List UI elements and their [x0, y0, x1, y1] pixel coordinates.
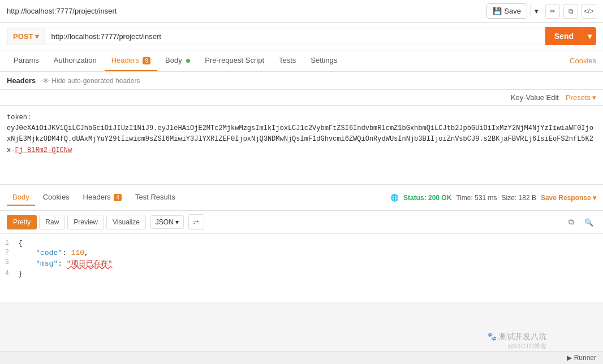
view-raw-btn[interactable]: Raw: [39, 215, 65, 229]
kv-bar: Key-Value Edit Presets ▾: [0, 90, 603, 106]
tab-params[interactable]: Params: [7, 50, 46, 71]
save-response-btn[interactable]: Save Response ▾: [541, 194, 596, 202]
filter-btn[interactable]: ⇌: [188, 214, 204, 230]
top-bar: http://localhost:7777/project/insert 💾 S…: [0, 0, 603, 23]
time-value: Time: 531 ms: [456, 194, 497, 202]
hide-auto-headers-link[interactable]: 👁 Hide auto-generated headers: [42, 77, 140, 85]
line-num-2: 2: [0, 249, 18, 257]
json-output: 1 { 2 "code": 110, 3 "msg": "项目已存在" 4 }: [0, 234, 603, 302]
json-code-line-3: "msg": "项目已存在": [18, 258, 603, 268]
json-brace-close: }: [18, 270, 603, 278]
response-meta: 🌐 Status: 200 OK Time: 531 ms Size: 182 …: [390, 194, 596, 202]
json-code-line-2: "code": 110,: [18, 249, 603, 257]
headers-badge: 9: [143, 57, 150, 64]
kv-edit-btn[interactable]: Key-Value Edit: [511, 93, 559, 102]
json-line-2: 2 "code": 110,: [0, 248, 603, 258]
tab-prerequest[interactable]: Pre-request Script: [198, 50, 271, 71]
send-label: Send: [545, 27, 583, 45]
tab-authorization[interactable]: Authorization: [47, 50, 104, 71]
view-preview-btn[interactable]: Preview: [67, 215, 104, 229]
response-tab-headers[interactable]: Headers 4: [77, 189, 127, 206]
line-num-1: 1: [0, 239, 18, 247]
globe-icon: 🌐: [390, 194, 399, 202]
status-badge: Status: 200 OK: [403, 194, 451, 202]
copy-icon-button[interactable]: ⧉: [563, 4, 578, 19]
pencil-icon-button[interactable]: ✏: [545, 4, 560, 19]
top-bar-url: http://localhost:7777/project/insert: [7, 7, 117, 15]
view-bar-right: ⧉ 🔍: [563, 215, 596, 229]
response-tab-cookies[interactable]: Cookies: [37, 189, 75, 206]
top-bar-actions: 💾 Save ▾ ✏ ⧉ </>: [486, 3, 596, 19]
json-line-4: 4 }: [0, 269, 603, 279]
tab-headers[interactable]: Headers 9: [105, 50, 157, 71]
format-select[interactable]: JSON ▾: [150, 215, 184, 229]
response-header: Body Cookies Headers 4 Test Results 🌐 St…: [0, 185, 603, 211]
view-pretty-btn[interactable]: Pretty: [7, 215, 37, 229]
save-caret[interactable]: ▾: [531, 4, 542, 18]
token-link: Fj_BlRm2-QICNw: [15, 146, 72, 154]
copy-response-btn[interactable]: ⧉: [563, 215, 578, 229]
token-area: token: eyJ0eXAiOiJKV1QiLCJhbGciOiJIUzI1N…: [0, 106, 603, 185]
search-response-btn[interactable]: 🔍: [582, 215, 596, 229]
method-label: POST: [13, 32, 33, 41]
token-text: token: eyJ0eXAiOiJKV1QiLCJhbGciOiJIUzI1N…: [7, 112, 596, 156]
send-button[interactable]: Send ▾: [545, 27, 596, 45]
json-brace-open: {: [18, 239, 603, 248]
method-caret: ▾: [35, 32, 39, 41]
code-icon-button[interactable]: </>: [582, 4, 596, 19]
save-icon: 💾: [493, 7, 502, 15]
save-button[interactable]: 💾 Save: [486, 3, 527, 19]
token-key: token: eyJ0eXAiOiJKV1QiLCJhbGciOiJIUzI1N…: [7, 114, 593, 154]
url-input[interactable]: [45, 28, 545, 45]
request-tabs: Params Authorization Headers 9 Body Pre-…: [0, 50, 603, 72]
line-num-3: 3: [0, 258, 18, 266]
save-label: Save: [504, 7, 521, 15]
json-line-3: 3 "msg": "项目已存在": [0, 258, 603, 269]
sub-header: Headers 👁 Hide auto-generated headers: [0, 72, 603, 90]
response-tab-body[interactable]: Body: [7, 189, 35, 206]
url-bar: POST ▾ Send ▾: [0, 23, 603, 50]
eye-icon: 👁: [42, 77, 49, 85]
presets-caret: ▾: [592, 93, 596, 102]
tab-settings[interactable]: Settings: [304, 50, 344, 71]
format-label: JSON: [156, 218, 174, 226]
send-caret[interactable]: ▾: [583, 27, 596, 45]
method-select[interactable]: POST ▾: [7, 28, 45, 45]
response-headers-badge: 4: [114, 194, 122, 201]
sub-header-title: Headers: [7, 76, 36, 85]
json-line-1: 1 {: [0, 239, 603, 248]
save-response-caret: ▾: [593, 194, 596, 202]
response-tab-test-results[interactable]: Test Results: [130, 189, 181, 206]
presets-btn[interactable]: Presets ▾: [566, 93, 596, 102]
filter-icon: ⇌: [193, 218, 199, 227]
size-value: Size: 182 B: [502, 194, 536, 202]
body-dot: [186, 59, 190, 63]
tab-tests[interactable]: Tests: [272, 50, 303, 71]
cookies-link[interactable]: Cookies: [570, 57, 596, 65]
view-bar: Pretty Raw Preview Visualize JSON ▾ ⇌ ⧉ …: [0, 211, 603, 234]
view-visualize-btn[interactable]: Visualize: [106, 215, 146, 229]
format-caret: ▾: [175, 218, 179, 226]
tab-body[interactable]: Body: [158, 50, 197, 71]
line-num-4: 4: [0, 270, 18, 278]
